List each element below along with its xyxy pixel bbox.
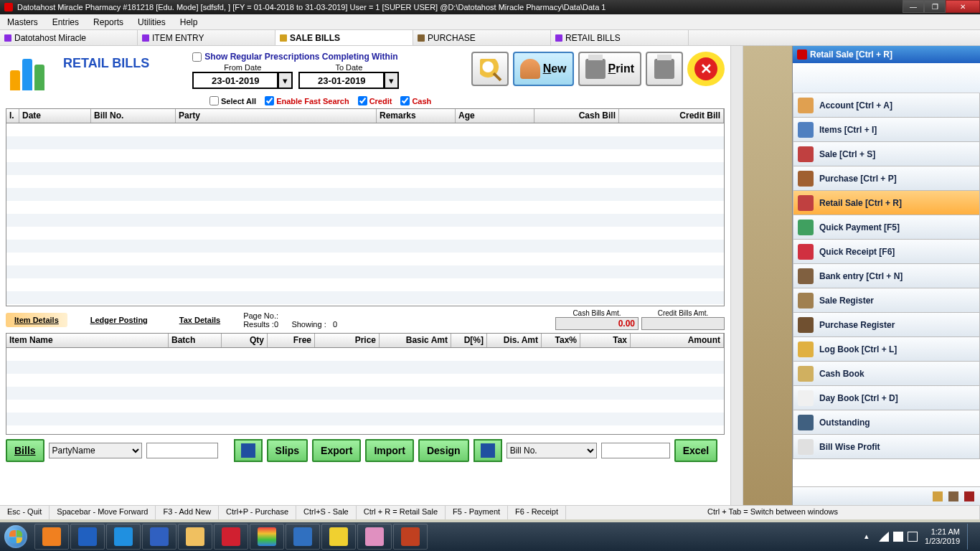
nav-item-14[interactable]: Bill Wise Profit [793, 435, 980, 459]
tab-datotahost[interactable]: Datotahost Miracle [0, 30, 138, 45]
sort-button[interactable] [473, 439, 502, 462]
to-date-input[interactable] [298, 72, 385, 89]
nav-item-13[interactable]: Outstanding [793, 410, 980, 435]
nav-item-6[interactable]: Quick Receipt [F6] [793, 240, 980, 264]
billno-select[interactable]: Bill No. [507, 443, 597, 458]
footer-icon-1[interactable] [933, 491, 943, 501]
fast-search-checkbox[interactable]: Enable Fast Search [265, 96, 349, 105]
col-qty[interactable]: Qty [222, 334, 268, 347]
taskbar-app-3[interactable] [142, 524, 176, 550]
nav-item-9[interactable]: Purchase Register [793, 313, 980, 337]
col-batch[interactable]: Batch [169, 334, 222, 347]
from-date-input[interactable] [192, 72, 278, 89]
new-button[interactable]: New [513, 52, 574, 86]
filter-button[interactable] [234, 439, 263, 462]
tab-item-details[interactable]: Item Details [6, 313, 67, 327]
clock[interactable]: 1:21 AM 1/23/2019 [925, 527, 960, 546]
items-grid-body[interactable] [6, 348, 724, 434]
tab-tax-details[interactable]: Tax Details [171, 313, 229, 327]
nav-item-12[interactable]: Day Book [Ctrl + D] [793, 386, 980, 410]
nav-item-11[interactable]: Cash Book [793, 362, 980, 386]
to-date-dropdown[interactable]: ▾ [385, 72, 399, 89]
show-prescriptions-checkbox[interactable]: Show Regular Prescriptions Completing Wi… [192, 52, 399, 62]
taskbar-app-10[interactable] [393, 524, 428, 550]
col-creditbill[interactable]: Credit Bill [619, 109, 724, 123]
page-title: RETAIL BILLS [63, 52, 149, 71]
taskbar-app-9[interactable] [357, 524, 392, 550]
nav-item-7[interactable]: Bank entry [Ctrl + N] [793, 264, 980, 288]
excel-button[interactable]: Excel [674, 439, 718, 462]
export-button[interactable]: Export [312, 439, 361, 462]
credit-checkbox[interactable]: Credit [358, 96, 392, 105]
billno-search-input[interactable] [601, 443, 670, 458]
start-button[interactable] [0, 522, 32, 551]
footer-icon-2[interactable] [948, 491, 958, 501]
tab-ledger-posting[interactable]: Ledger Posting [82, 313, 156, 327]
col-remarks[interactable]: Remarks [377, 109, 456, 123]
menu-entries[interactable]: Entries [45, 17, 86, 27]
taskbar-app-2[interactable] [106, 524, 141, 550]
print-button[interactable]: Print [578, 52, 641, 86]
bills-grid-body[interactable] [6, 123, 724, 306]
col-amount[interactable]: Amount [631, 334, 724, 347]
col-dpct[interactable]: D[%] [451, 334, 487, 347]
close-button[interactable]: ✕ [687, 52, 725, 86]
col-taxpct[interactable]: Tax% [542, 334, 580, 347]
col-itemname[interactable]: Item Name [6, 334, 169, 347]
col-free[interactable]: Free [268, 334, 315, 347]
system-tray[interactable]: ▴ [864, 532, 918, 542]
col-tax[interactable]: Tax [580, 334, 631, 347]
menu-reports[interactable]: Reports [86, 17, 131, 27]
slips-button[interactable]: Slips [267, 439, 308, 462]
taskbar-app-1[interactable] [70, 524, 105, 550]
menu-utilities[interactable]: Utilities [131, 17, 173, 27]
col-party[interactable]: Party [176, 109, 377, 123]
vertical-scrollbar[interactable] [730, 46, 743, 505]
nav-item-4[interactable]: Retail Sale [Ctrl + R] [793, 191, 980, 215]
menu-masters[interactable]: Masters [0, 17, 45, 27]
nav-item-label: Cash Book [819, 369, 864, 379]
taskbar-app-6[interactable] [250, 524, 284, 550]
taskbar-app-4[interactable] [178, 524, 212, 550]
nav-item-0[interactable]: Account [Ctrl + A] [793, 93, 980, 118]
party-search-input[interactable] [146, 443, 218, 458]
col-cashbill[interactable]: Cash Bill [534, 109, 619, 123]
col-billno[interactable]: Bill No. [91, 109, 176, 123]
show-desktop[interactable] [967, 524, 973, 550]
search-button[interactable] [471, 52, 509, 86]
close-window-button[interactable]: ✕ [946, 0, 980, 13]
menu-help[interactable]: Help [173, 17, 205, 27]
tab-retail-bills[interactable]: RETAIL BILLS [551, 30, 689, 45]
nav-item-1[interactable]: Items [Ctrl + I] [793, 118, 980, 142]
flag-icon [908, 532, 918, 542]
footer-icon-3[interactable] [964, 491, 974, 501]
nav-item-5[interactable]: Quick Payment [F5] [793, 215, 980, 240]
design-button[interactable]: Design [418, 439, 469, 462]
maximize-button[interactable]: ❐ [924, 0, 946, 13]
taskbar-app-7[interactable] [286, 524, 320, 550]
bills-button[interactable]: Bills [6, 439, 44, 462]
party-select[interactable]: PartyName [49, 443, 142, 458]
nav-item-2[interactable]: Sale [Ctrl + S] [793, 142, 980, 166]
col-date[interactable]: Date [19, 109, 91, 123]
taskbar-app-0[interactable] [34, 524, 69, 550]
cash-checkbox[interactable]: Cash [400, 96, 431, 105]
nav-item-8[interactable]: Sale Register [793, 288, 980, 313]
tab-item-entry[interactable]: ITEM ENTRY [138, 30, 275, 45]
nav-item-10[interactable]: Log Book [Ctrl + L] [793, 337, 980, 362]
col-price[interactable]: Price [315, 334, 380, 347]
tab-purchase[interactable]: PURCHASE [413, 30, 551, 45]
nav-item-3[interactable]: Purchase [Ctrl + P] [793, 166, 980, 191]
col-disamt[interactable]: Dis. Amt [487, 334, 542, 347]
import-button[interactable]: Import [365, 439, 414, 462]
col-index[interactable]: I. [6, 109, 19, 123]
minimize-button[interactable]: — [903, 0, 924, 13]
select-all-checkbox[interactable]: Select All [209, 96, 256, 105]
from-date-dropdown[interactable]: ▾ [278, 72, 293, 89]
col-basicamt[interactable]: Basic Amt [380, 334, 451, 347]
col-age[interactable]: Age [456, 109, 534, 123]
tab-sale-bills[interactable]: SALE BILLS [275, 30, 413, 45]
taskbar-app-8[interactable] [321, 524, 356, 550]
taskbar-app-5[interactable] [214, 524, 248, 550]
print-all-button[interactable] [646, 52, 683, 86]
